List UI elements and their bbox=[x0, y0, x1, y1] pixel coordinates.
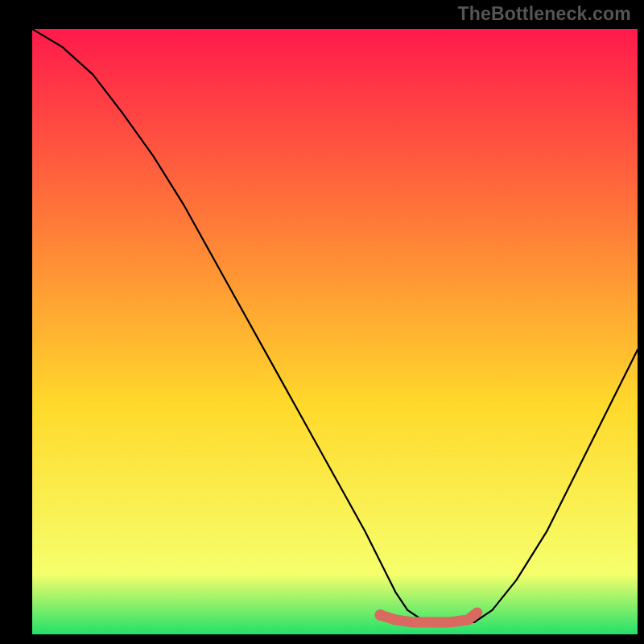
plot-svg bbox=[32, 29, 638, 634]
chart-frame: TheBottleneck.com bbox=[0, 0, 644, 644]
gradient-background bbox=[32, 29, 638, 634]
plot-area bbox=[32, 29, 638, 634]
optimal-range-start-dot bbox=[374, 609, 386, 621]
attribution-label: TheBottleneck.com bbox=[457, 3, 631, 25]
